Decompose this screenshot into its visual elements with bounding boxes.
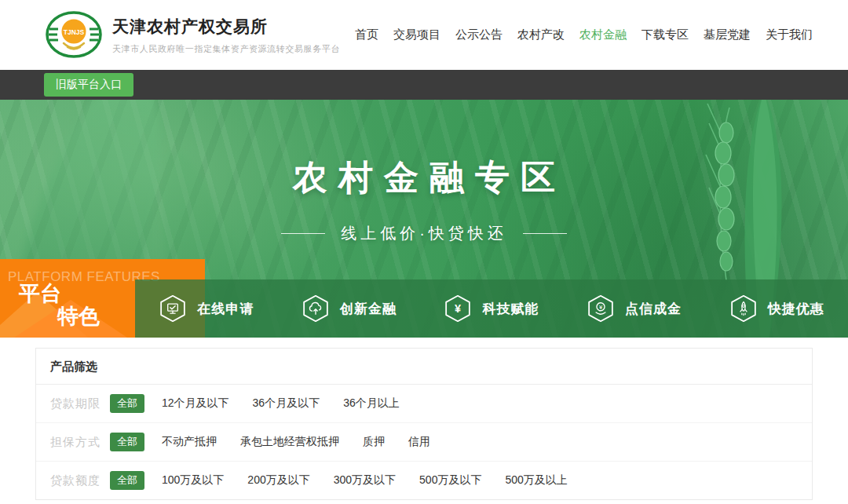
secondary-topbar: 旧版平台入口	[0, 70, 848, 100]
old-platform-entry-button[interactable]: 旧版平台入口	[44, 73, 133, 97]
hero-banner: 农村金融专区 线上低价·快贷快还 PLATFORM FEATURES 平台 特色…	[0, 100, 848, 338]
platform-features-cn-line1: 平台	[19, 279, 61, 308]
filter-option[interactable]: 12个月及以下	[162, 396, 229, 411]
site-logo[interactable]: TJNJS 天津农村产权交易所 天津市人民政府唯一指定集体资产资源流转交易服务平…	[45, 10, 340, 60]
filter-option[interactable]: 500万及以下	[419, 473, 481, 488]
innovative-finance-icon	[302, 294, 330, 323]
filter-selected-badge[interactable]: 全部	[110, 471, 144, 490]
filter-selected-badge[interactable]: 全部	[110, 394, 144, 413]
nav-item[interactable]: 关于我们	[766, 27, 813, 42]
online-apply-icon	[159, 294, 187, 323]
quick-discount-icon	[729, 294, 758, 323]
nav-item[interactable]: 交易项目	[393, 27, 440, 42]
nav-item[interactable]: 农村产改	[517, 27, 565, 42]
filter-options: 12个月及以下36个月及以下36个月以上	[162, 396, 400, 411]
credit-gold-icon	[587, 294, 615, 323]
feature-tab-2[interactable]: 创新金融	[278, 279, 421, 338]
site-subtitle: 天津市人民政府唯一指定集体资产资源流转交易服务平台	[112, 43, 340, 55]
feature-tab-label: 创新金融	[340, 300, 397, 318]
hero-subtitle: 线上低价·快贷快还	[341, 223, 507, 244]
filter-option[interactable]: 300万及以下	[334, 473, 396, 488]
main-nav: 首页交易项目公示公告农村产改农村金融下载专区基层党建关于我们	[355, 27, 813, 42]
subtitle-right-rule	[523, 233, 567, 234]
nav-item[interactable]: 下载专区	[641, 27, 689, 42]
subtitle-left-rule	[281, 233, 325, 234]
hero-title: 农村金融专区	[0, 155, 848, 201]
filter-option[interactable]: 200万及以下	[247, 473, 309, 488]
site-header: TJNJS 天津农村产权交易所 天津市人民政府唯一指定集体资产资源流转交易服务平…	[0, 0, 848, 70]
filter-option[interactable]: 承包土地经营权抵押	[240, 435, 339, 449]
filter-row: 贷款期限 全部 12个月及以下36个月及以下36个月以上	[36, 385, 812, 422]
product-filter-card: 产品筛选 贷款期限 全部 12个月及以下36个月及以下36个月以上 担保方式 全…	[35, 348, 813, 500]
hero-heading: 农村金融专区 线上低价·快贷快还	[0, 100, 848, 244]
hero-subtitle-row: 线上低价·快贷快还	[0, 223, 848, 244]
logo-acronym: TJNJS	[64, 28, 85, 36]
feature-tab-label: 在线申请	[197, 300, 254, 318]
logo-emblem-icon: TJNJS	[45, 10, 103, 60]
filter-option[interactable]: 36个月以上	[343, 396, 400, 411]
main-content: 产品筛选 贷款期限 全部 12个月及以下36个月及以下36个月以上 担保方式 全…	[0, 348, 848, 500]
feature-tab-3[interactable]: 科技赋能	[420, 279, 563, 338]
filter-row-label: 贷款期限	[50, 396, 110, 411]
filter-card-title: 产品筛选	[36, 349, 812, 385]
filter-option[interactable]: 100万及以下	[162, 473, 224, 488]
nav-item[interactable]: 基层党建	[704, 27, 751, 42]
platform-features-cn-line2: 特色	[57, 302, 100, 331]
filter-option[interactable]: 36个月及以下	[253, 396, 320, 411]
filter-option[interactable]: 500万及以上	[505, 473, 567, 488]
feature-tab-bar: 在线申请 创新金融 科技赋能 点信成金 快捷优惠	[135, 279, 848, 338]
feature-tab-1[interactable]: 在线申请	[135, 279, 278, 338]
feature-tab-label: 点信成金	[625, 300, 682, 318]
site-title: 天津农村产权交易所	[112, 16, 340, 38]
nav-item[interactable]: 农村金融	[579, 27, 627, 42]
filter-rows: 贷款期限 全部 12个月及以下36个月及以下36个月以上 担保方式 全部 不动产…	[36, 385, 812, 499]
filter-selected-badge[interactable]: 全部	[110, 433, 144, 451]
filter-options: 100万及以下200万及以下300万及以下500万及以下500万及以上	[162, 473, 568, 488]
feature-tab-4[interactable]: 点信成金	[563, 279, 706, 338]
feature-tab-5[interactable]: 快捷优惠	[705, 279, 848, 338]
filter-row: 贷款额度 全部 100万及以下200万及以下300万及以下500万及以下500万…	[36, 461, 812, 499]
logo-text: 天津农村产权交易所 天津市人民政府唯一指定集体资产资源流转交易服务平台	[112, 16, 340, 55]
tech-empower-icon	[444, 294, 472, 323]
filter-row-label: 贷款额度	[50, 473, 110, 488]
filter-option[interactable]: 信用	[408, 435, 430, 449]
filter-row-label: 担保方式	[50, 435, 110, 450]
filter-row: 担保方式 全部 不动产抵押承包土地经营权抵押质押信用	[36, 422, 812, 461]
nav-item[interactable]: 首页	[355, 27, 378, 42]
filter-options: 不动产抵押承包土地经营权抵押质押信用	[162, 435, 430, 449]
filter-option[interactable]: 质押	[363, 435, 385, 449]
feature-tab-label: 快捷优惠	[768, 300, 824, 318]
nav-item[interactable]: 公示公告	[455, 27, 503, 42]
filter-option[interactable]: 不动产抵押	[162, 435, 217, 449]
feature-tab-label: 科技赋能	[482, 300, 539, 318]
